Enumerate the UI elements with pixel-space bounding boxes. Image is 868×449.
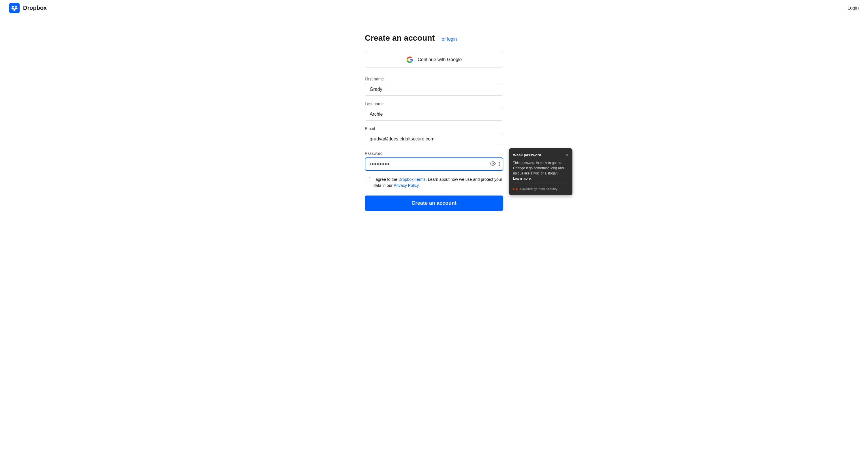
brand-name-text: Dropbox [23, 5, 47, 11]
password-icons [490, 161, 500, 168]
show-password-icon[interactable] [490, 161, 496, 168]
google-icon [406, 56, 413, 63]
terms-label: I agree to the Dropbox Terms. Learn abou… [373, 177, 503, 189]
dropbox-terms-link[interactable]: Dropbox Terms [398, 177, 426, 182]
terms-checkbox-row: I agree to the Dropbox Terms. Learn abou… [365, 177, 503, 189]
password-wrapper [365, 157, 503, 171]
form-title: Create an account [365, 33, 435, 43]
terms-checkbox[interactable] [365, 177, 370, 182]
email-input[interactable] [365, 133, 503, 145]
last-name-label: Last name [365, 101, 503, 106]
header-login-link[interactable]: Login [847, 5, 859, 11]
privacy-policy-link[interactable]: Privacy Policy [394, 183, 418, 188]
create-account-button[interactable]: Create an account [365, 195, 503, 211]
more-options-icon[interactable] [499, 162, 500, 166]
tooltip-header: Weak password × [513, 152, 568, 158]
tooltip-body: This password is easy to guess. Change i… [513, 160, 568, 181]
first-name-label: First name [365, 77, 503, 81]
brand-area: Dropbox [9, 3, 47, 13]
tooltip-title: Weak password [513, 152, 541, 158]
last-name-field-group: Last name [365, 101, 503, 121]
powered-by-text: Powered by Push Security. [520, 187, 558, 191]
google-button[interactable]: Continue with Google [365, 52, 503, 67]
dropbox-logo-icon [9, 3, 20, 13]
tooltip-footer: //O Powered by Push Security. [513, 184, 568, 191]
email-label: Email [365, 126, 503, 131]
password-label: Password [365, 151, 503, 156]
last-name-input[interactable] [365, 108, 503, 121]
form-title-row: Create an account or login [365, 33, 503, 43]
svg-point-0 [492, 163, 494, 164]
learn-more-link[interactable]: Learn more. [513, 177, 532, 181]
google-button-label: Continue with Google [418, 57, 462, 62]
main-content: Create an account or login Continue with… [0, 16, 868, 234]
email-field-group: Email [365, 126, 503, 145]
first-name-field-group: First name [365, 77, 503, 96]
first-name-input[interactable] [365, 83, 503, 96]
or-login-link[interactable]: or login [442, 37, 457, 42]
weak-password-tooltip: Weak password × This password is easy to… [509, 148, 572, 195]
push-security-logo: //O [513, 187, 519, 191]
tooltip-close-button[interactable]: × [566, 153, 568, 157]
form-container: Create an account or login Continue with… [365, 33, 503, 211]
password-input[interactable] [365, 157, 503, 171]
password-field-group: Password [365, 151, 503, 171]
header: Dropbox Login [0, 0, 868, 16]
